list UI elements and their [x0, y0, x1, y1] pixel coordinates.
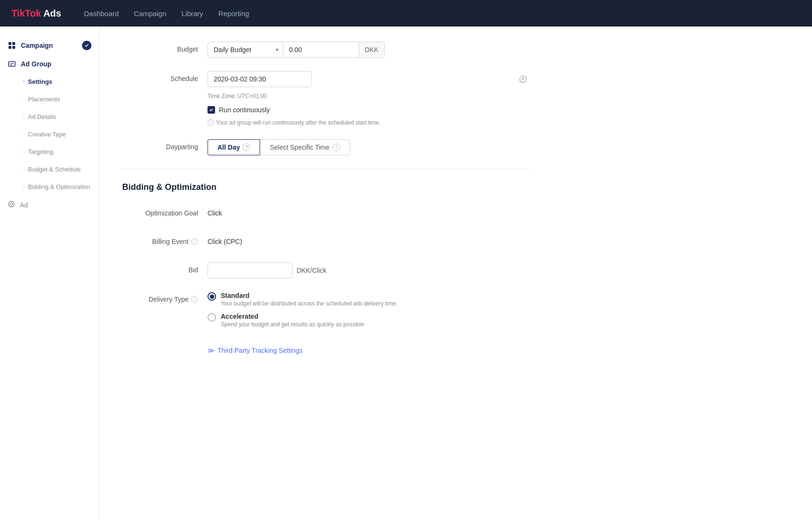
bid-content: DKK/Click — [208, 262, 532, 278]
dayparting-row: Dayparting All Day ? Select Specific Tim… — [122, 139, 532, 155]
bid-suffix: DKK/Click — [297, 267, 326, 274]
budget-input-group: Daily Budget Lifetime Budget ▾ DKK — [208, 42, 532, 58]
budget-label: Budget — [122, 42, 198, 53]
delivery-standard-text: Standard Your budget will be distributed… — [221, 292, 397, 307]
delivery-accelerated-option: Accelerated Spend your budget and get re… — [208, 313, 532, 328]
sidebar-item-adgroup[interactable]: Ad Group — [0, 55, 99, 73]
delivery-accelerated-label: Accelerated — [221, 313, 364, 320]
main-content: Budget Daily Budget Lifetime Budget ▾ DK… — [99, 27, 812, 520]
budget-schedule-label: Budget & Schedule — [28, 166, 81, 173]
ad-label: Ad — [20, 201, 28, 209]
svg-rect-3 — [12, 46, 15, 49]
delivery-accelerated-desc: Spend your budget and get results as qui… — [221, 321, 364, 328]
svg-rect-4 — [9, 62, 15, 66]
delivery-standard-label: Standard — [221, 292, 397, 299]
chevron-down-double-icon: ≫ — [208, 347, 215, 354]
sidebar-sub-ad-details[interactable]: Ad Details — [15, 108, 99, 126]
run-continuously-checkbox[interactable] — [208, 106, 215, 114]
budget-type-select[interactable]: Daily Budget Lifetime Budget — [208, 42, 283, 58]
sidebar-sub-settings[interactable]: Settings — [15, 73, 99, 90]
all-day-info-icon: ? — [243, 143, 250, 151]
bid-label: Bid — [122, 262, 198, 274]
billing-event-value: Click (CPC) — [208, 234, 532, 249]
ad-icon — [8, 200, 15, 209]
campaign-check-badge — [82, 41, 91, 50]
adgroup-sub-menu: Settings Placements Ad Details Creative … — [0, 73, 99, 196]
delivery-type-info-icon: i — [191, 296, 198, 303]
delivery-standard-desc: Your budget will be distributed across t… — [221, 300, 397, 307]
schedule-date-wrapper: 🕐 — [208, 71, 532, 87]
budget-amount-input[interactable] — [283, 42, 359, 58]
budget-type-wrapper: Daily Budget Lifetime Budget ▾ — [208, 42, 283, 58]
dayparting-content: All Day ? Select Specific Time ? — [208, 139, 532, 155]
delivery-accelerated-radio[interactable] — [208, 313, 216, 322]
svg-rect-0 — [9, 42, 11, 45]
delivery-type-content: Standard Your budget will be distributed… — [208, 292, 532, 328]
brand-ads: Ads — [41, 8, 62, 18]
optimization-goal-content: Click — [208, 206, 532, 221]
schedule-info-text: i Your ad group will run continuously af… — [208, 119, 532, 126]
section-divider — [122, 169, 532, 169]
svg-point-7 — [9, 201, 14, 207]
nav-dashboard[interactable]: Dashboard — [84, 8, 118, 19]
nav-library[interactable]: Library — [181, 8, 203, 19]
sidebar-sub-targeting[interactable]: Targeting — [15, 143, 99, 161]
optimization-goal-label: Optimization Goal — [122, 206, 198, 217]
campaign-icon — [8, 41, 16, 50]
bid-input[interactable] — [208, 262, 293, 278]
delivery-options: Standard Your budget will be distributed… — [208, 292, 532, 328]
sidebar-sub-budget-schedule[interactable]: Budget & Schedule — [15, 161, 99, 178]
sidebar-item-campaign[interactable]: Campaign — [0, 36, 99, 55]
billing-event-content: Click (CPC) — [208, 234, 532, 249]
ad-details-label: Ad Details — [28, 113, 56, 120]
daypart-specific-time-btn[interactable]: Select Specific Time ? — [260, 139, 350, 155]
billing-event-info-icon: i — [191, 238, 198, 245]
adgroup-icon — [8, 60, 16, 68]
svg-point-8 — [10, 203, 13, 206]
bidding-section-title: Bidding & Optimization — [122, 182, 532, 192]
bidding-label: Bidding & Optimization — [28, 183, 90, 190]
third-party-tracking-link[interactable]: ≫ Third Party Tracking Settings — [208, 341, 532, 360]
delivery-type-row: Delivery Type i Standard You — [122, 292, 532, 328]
svg-rect-2 — [9, 46, 11, 49]
delivery-standard-radio[interactable] — [208, 292, 216, 301]
optimization-goal-value: Click — [208, 206, 532, 221]
third-party-label: Third Party Tracking Settings — [217, 347, 303, 354]
billing-event-row: Billing Event i Click (CPC) — [122, 234, 532, 249]
specific-time-info-icon: ? — [333, 143, 340, 151]
info-icon: i — [208, 119, 214, 126]
targeting-label: Targeting — [28, 148, 53, 155]
settings-label: Settings — [28, 78, 52, 85]
clock-icon: 🕐 — [519, 75, 527, 83]
bid-row: Bid DKK/Click — [122, 262, 532, 278]
sidebar-item-ad[interactable]: Ad — [0, 196, 99, 214]
nav-campaign[interactable]: Campaign — [134, 8, 166, 19]
creative-type-label: Creative Type — [28, 131, 66, 138]
schedule-date-input[interactable] — [208, 71, 312, 87]
brand-tiktok: TikTok — [11, 8, 41, 18]
optimization-goal-row: Optimization Goal Click — [122, 206, 532, 221]
run-continuously-label: Run continuously — [219, 106, 270, 114]
nav-reporting[interactable]: Reporting — [218, 8, 249, 19]
sidebar-sub-bidding[interactable]: Bidding & Optimization — [15, 178, 99, 196]
delivery-type-label: Delivery Type i — [122, 292, 198, 303]
budget-row: Budget Daily Budget Lifetime Budget ▾ DK… — [122, 42, 532, 58]
bid-input-group: DKK/Click — [208, 262, 532, 278]
delivery-standard-option: Standard Your budget will be distributed… — [208, 292, 532, 307]
top-navigation: TikTok Ads Dashboard Campaign Library Re… — [0, 0, 812, 27]
sidebar: Campaign Ad Group Settings Placements — [0, 27, 99, 520]
sidebar-sub-creative-type[interactable]: Creative Type — [15, 126, 99, 143]
sidebar-sub-placements[interactable]: Placements — [15, 90, 99, 108]
schedule-row: Schedule 🕐 Time Zone: UTC+01:00 Run cont… — [122, 71, 532, 126]
daypart-all-day-btn[interactable]: All Day ? — [208, 139, 260, 155]
adgroup-label: Ad Group — [21, 60, 52, 68]
daypart-options-group: All Day ? Select Specific Time ? — [208, 139, 532, 155]
campaign-label: Campaign — [21, 42, 53, 49]
delivery-standard-radio-inner — [210, 295, 214, 299]
timezone-label: Time Zone: UTC+01:00 — [208, 93, 532, 99]
placements-label: Placements — [28, 96, 60, 103]
budget-content: Daily Budget Lifetime Budget ▾ DKK — [208, 42, 532, 58]
schedule-content: 🕐 Time Zone: UTC+01:00 Run continuously … — [208, 71, 532, 126]
schedule-label: Schedule — [122, 71, 198, 82]
brand-logo: TikTok Ads — [11, 8, 61, 19]
